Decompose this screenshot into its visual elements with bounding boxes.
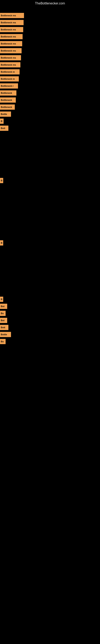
- bar-item: Bottleneck res: [0, 62, 20, 68]
- bar-item: B: [0, 297, 3, 302]
- bar-item: Bottleneck r: [0, 83, 18, 88]
- bar-item: Bot: [0, 318, 7, 323]
- bar-item: Bottleneck res: [0, 13, 24, 18]
- bar-item: Bo: [0, 311, 6, 316]
- bar-item: Bottleneck res: [0, 55, 21, 60]
- bar-item: Bottle: [0, 112, 11, 117]
- bar-item: Bottleneck res: [0, 27, 23, 32]
- bar-item: Bottleneck: [0, 104, 15, 110]
- bar-item: Bottle: [0, 332, 11, 337]
- bar-item: Bottleneck re: [0, 76, 19, 82]
- bar-item: Bo: [0, 339, 6, 344]
- site-title: TheBottlenecker.com: [0, 0, 100, 7]
- bar-item: B: [0, 240, 3, 246]
- bar-item: Bot: [0, 304, 7, 309]
- bar-item: Bottleneck res: [0, 20, 24, 25]
- bar-item: B: [0, 118, 3, 124]
- bar-item: Bottleneck: [0, 90, 16, 96]
- bar-item: Bott: [0, 325, 8, 330]
- bar-item: Bottleneck res: [0, 34, 23, 39]
- bar-item: Bottleneck re: [0, 69, 20, 74]
- bar-item: B: [0, 178, 3, 183]
- bar-item: Bottleneck res: [0, 48, 22, 53]
- bar-item: Bottleneck res: [0, 41, 22, 46]
- bar-item: Bott: [0, 126, 8, 131]
- bar-item: Bottleneck: [0, 98, 16, 103]
